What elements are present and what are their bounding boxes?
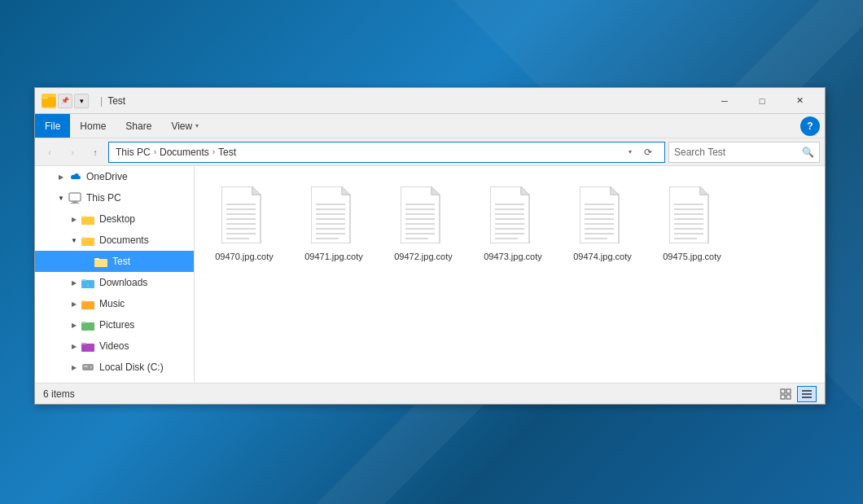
svg-rect-0 <box>42 98 55 106</box>
svg-marker-64 <box>611 186 619 195</box>
search-input[interactable] <box>674 147 802 158</box>
view-grid-button[interactable] <box>776 386 795 402</box>
svg-rect-86 <box>786 395 791 399</box>
view-buttons <box>776 386 817 402</box>
file-name-1: 09471.jpg.coty <box>304 251 363 262</box>
svg-marker-34 <box>342 186 350 195</box>
svg-rect-89 <box>802 397 812 398</box>
this-pc-expand[interactable]: ▼ <box>55 191 68 204</box>
back-button[interactable]: ‹ <box>40 142 59 162</box>
quick-access-toolbar: 📌 ▾ <box>42 94 89 108</box>
file-item-0[interactable]: 09470.jpg.coty <box>208 179 281 265</box>
file-item-1[interactable]: 09471.jpg.coty <box>297 179 370 265</box>
this-pc-label: This PC <box>86 192 121 204</box>
file-name-2: 09472.jpg.coty <box>394 251 453 262</box>
cloud-icon <box>68 169 82 184</box>
status-bar: 6 items <box>35 383 825 404</box>
sidebar-item-test[interactable]: ▶ Test <box>35 251 194 272</box>
svg-rect-1 <box>42 96 47 99</box>
svg-rect-9 <box>94 259 107 267</box>
sidebar-item-downloads[interactable]: ▶ ↓ Downloads <box>35 272 194 293</box>
file-item-5[interactable]: 09475.jpg.coty <box>655 179 729 265</box>
svg-marker-74 <box>700 186 708 195</box>
svg-rect-7 <box>81 238 94 246</box>
local-disk-expand[interactable]: ▶ <box>68 361 81 374</box>
pin-qs-button[interactable]: 📌 <box>58 94 72 108</box>
onedrive-expand[interactable]: ▶ <box>55 170 68 183</box>
title-separator: | <box>100 95 103 107</box>
refresh-button[interactable]: ⟳ <box>638 142 658 162</box>
sidebar-item-onedrive[interactable]: ▶ OneDrive <box>35 166 194 187</box>
help-button[interactable]: ? <box>800 116 820 136</box>
svg-rect-16 <box>81 322 94 331</box>
files-grid: 09470.jpg.coty 09471.jpg.coty <box>208 179 812 265</box>
path-documents[interactable]: Documents › <box>160 147 218 158</box>
menu-file[interactable]: File <box>35 114 70 138</box>
menu-home[interactable]: Home <box>70 114 116 138</box>
sidebar-item-desktop[interactable]: ▶ Desktop <box>35 208 194 230</box>
music-label: Music <box>99 298 125 309</box>
address-bar: ‹ › ↑ This PC › Documents › Test ▾ ⟳ 🔍 <box>35 138 825 166</box>
file-name-5: 09475.jpg.coty <box>663 251 721 262</box>
file-name-0: 09470.jpg.coty <box>215 251 274 262</box>
svg-point-22 <box>90 366 93 369</box>
path-sep-2: › <box>212 147 215 156</box>
folder-qs-button[interactable] <box>42 94 56 108</box>
address-dropdown[interactable]: ▾ <box>624 142 637 162</box>
folder-downloads-icon: ↓ <box>81 275 95 290</box>
folder-test-icon <box>94 254 108 269</box>
svg-rect-19 <box>81 343 86 344</box>
sidebar-item-this-pc[interactable]: ▼ This PC <box>35 187 194 208</box>
file-icon-2 <box>396 182 451 248</box>
path-sep-1: › <box>154 147 156 156</box>
sidebar-item-videos[interactable]: ▶ Videos <box>35 335 194 357</box>
svg-rect-2 <box>69 193 81 201</box>
forward-button[interactable]: › <box>63 142 82 162</box>
file-icon-5 <box>664 182 720 248</box>
svg-rect-6 <box>81 216 86 217</box>
up-button[interactable]: ↑ <box>85 142 105 162</box>
maximize-button[interactable]: □ <box>743 88 781 114</box>
close-button[interactable]: ✕ <box>781 88 818 114</box>
menu-view[interactable]: View ▾ <box>161 114 208 138</box>
pictures-label: Pictures <box>99 319 134 331</box>
music-expand[interactable]: ▶ <box>68 297 81 310</box>
pictures-expand[interactable]: ▶ <box>68 318 81 331</box>
downloads-expand[interactable]: ▶ <box>68 276 81 289</box>
folder-pictures-icon <box>81 318 95 332</box>
search-icon[interactable]: 🔍 <box>802 147 814 158</box>
path-test[interactable]: Test <box>218 147 236 158</box>
dropdown-qs-button[interactable]: ▾ <box>74 94 89 108</box>
desktop-label: Desktop <box>99 213 135 225</box>
svg-marker-24 <box>252 186 261 195</box>
file-area: 09470.jpg.coty 09471.jpg.coty <box>195 166 825 383</box>
svg-rect-10 <box>94 258 99 260</box>
svg-rect-87 <box>802 390 812 392</box>
file-name-4: 09474.jpg.coty <box>573 251 632 262</box>
desktop-expand[interactable]: ▶ <box>68 213 81 226</box>
local-disk-label: Local Disk (C:) <box>99 362 164 373</box>
minimize-button[interactable]: ─ <box>706 88 743 114</box>
videos-expand[interactable]: ▶ <box>68 340 81 353</box>
svg-marker-54 <box>521 186 529 195</box>
svg-rect-15 <box>81 300 86 302</box>
file-icon-1 <box>306 182 361 248</box>
file-icon-0 <box>217 182 272 248</box>
documents-expand[interactable]: ▼ <box>68 234 81 247</box>
svg-rect-21 <box>84 366 88 367</box>
videos-label: Videos <box>99 340 129 352</box>
sidebar-item-documents[interactable]: ▼ Documents <box>35 230 194 251</box>
file-icon-3 <box>485 182 541 248</box>
address-path[interactable]: This PC › Documents › Test ▾ ⟳ <box>108 142 665 163</box>
path-this-pc[interactable]: This PC › <box>116 147 160 158</box>
view-list-button[interactable] <box>797 386 817 402</box>
svg-rect-18 <box>81 344 94 352</box>
menu-share[interactable]: Share <box>116 114 161 138</box>
file-item-3[interactable]: 09473.jpg.coty <box>476 179 550 265</box>
search-box[interactable]: 🔍 <box>668 142 820 163</box>
sidebar-item-local-disk[interactable]: ▶ Local Disk (C:) <box>35 357 194 378</box>
sidebar-item-pictures[interactable]: ▶ Pictures <box>35 314 194 335</box>
file-item-4[interactable]: 09474.jpg.coty <box>566 179 639 265</box>
file-item-2[interactable]: 09472.jpg.coty <box>387 179 460 265</box>
sidebar-item-music[interactable]: ▶ Music <box>35 293 194 314</box>
